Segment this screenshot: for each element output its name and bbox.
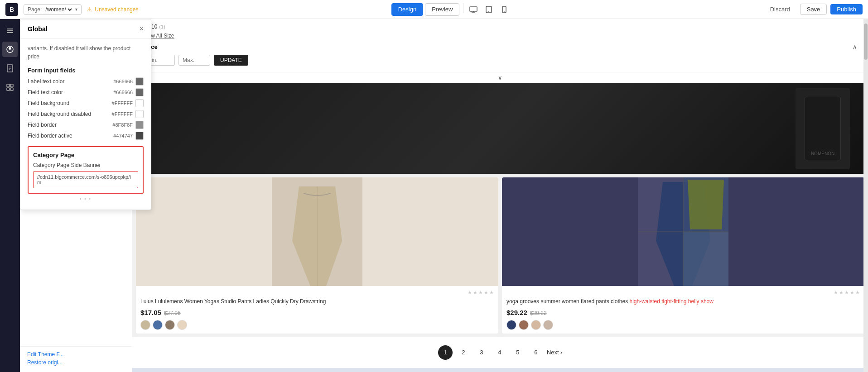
field-text-color-swatch[interactable] [135,88,144,96]
page-1-button[interactable]: 1 [438,345,453,360]
product-name-2: yoga grooves summer women flared pants c… [506,298,860,305]
svg-rect-0 [470,7,477,11]
variant-swatch[interactable] [153,320,163,330]
svg-rect-23 [683,232,728,286]
filter-collapse-handle[interactable]: ∨ [132,72,868,83]
publish-button[interactable]: Publish [830,4,863,14]
field-background-disabled-label: Field background disabled [28,111,112,117]
page-3-button[interactable]: 3 [474,345,489,360]
sidebar-item-widgets[interactable] [2,80,18,95]
svg-rect-18 [10,88,13,91]
svg-rect-9 [7,32,13,33]
global-modal-title: Global [28,25,48,33]
desktop-view-icon[interactable] [467,3,480,16]
update-price-button[interactable]: UPDATE [214,55,248,66]
product-info-2: ★★★★★ yoga grooves summer women flared p… [502,286,864,334]
variant-swatch[interactable] [519,320,529,330]
topbar: B Page: /women/ ▾ ⚠ Unsaved changes Desi… [0,0,868,19]
filter-section: 10 (1) View All Size Price ∧ UPDATE [132,19,868,83]
page-6-button[interactable]: 6 [529,345,543,360]
banner-url-text: //cdn11.bigcommerce.com/s-o896upcpkp/im [37,174,131,185]
field-text-color-hex: #666666 [113,90,133,95]
field-text-color-value: #666666 [113,88,144,96]
restore-link[interactable]: Restore origi... [27,359,125,366]
size-radio-value: 10 [151,24,157,30]
label-text-color-row: Label text color #666666 [28,77,144,86]
field-background-hex: #FFFFFF [112,100,133,106]
price-filter: Price ∧ UPDATE [132,43,868,72]
next-label: Next [547,349,559,356]
mobile-view-icon[interactable] [498,3,511,16]
field-border-swatch[interactable] [135,121,144,129]
divider [463,3,463,13]
variant-swatch[interactable] [543,320,553,330]
field-border-label: Field border [28,122,112,128]
page-2-button[interactable]: 2 [456,345,471,360]
form-input-section-heading: Form Input fields [28,67,144,74]
tablet-view-icon[interactable] [482,3,495,16]
field-text-color-label: Field text color [28,89,113,95]
product-price-1: $17.05 [140,309,161,316]
price-chevron-up-icon[interactable]: ∧ [853,43,857,50]
unsaved-changes-indicator: ⚠ Unsaved changes [87,6,138,13]
label-text-color-swatch[interactable] [135,77,144,86]
page-5-button[interactable]: 5 [511,345,525,360]
discard-button[interactable]: Discard [764,4,796,14]
sidebar-item-palette[interactable] [2,42,18,57]
design-button[interactable]: Design [391,3,423,16]
product-price-2: $29.22 [506,309,527,316]
product-original-price-2: $39.22 [530,310,547,316]
next-page-button[interactable]: Next › [547,349,562,356]
category-banner-label: Category Page Side Banner [33,162,138,168]
svg-rect-7 [7,29,13,29]
product-card: ★★★★★ Lulus Lululemens Women Yogas Studi… [136,177,498,334]
modal-description: variants. If disabled it will show the p… [28,44,144,61]
unsaved-text: Unsaved changes [95,6,138,13]
svg-point-6 [504,11,505,12]
sidebar-item-pages[interactable] [2,61,18,76]
svg-rect-16 [10,84,13,87]
variant-swatch[interactable] [177,320,187,330]
page-selector[interactable]: Page: /women/ ▾ [24,4,82,15]
preview-area[interactable]: 10 (1) View All Size Price ∧ UPDATE [132,19,868,372]
product-image-1 [136,177,498,286]
field-border-hex: #8F8F8F [112,122,133,128]
product-card: ★★★★★ yoga grooves summer women flared p… [502,177,864,334]
field-border-active-swatch[interactable] [135,132,144,140]
dnd-widget-area[interactable]: Drag and drop widgets here [132,368,868,372]
field-border-active-hex: #474747 [113,133,133,138]
page-label: Page: [28,6,42,13]
product-variants-1 [140,320,494,330]
variant-swatch[interactable] [531,320,541,330]
product-original-price-1: $27.05 [164,310,181,316]
field-background-row: Field background #FFFFFF [28,99,144,107]
sidebar-item-layers[interactable] [2,23,18,38]
product-stars-1: ★★★★★ [140,290,494,296]
banner-url-box[interactable]: //cdn11.bigcommerce.com/s-o896upcpkp/im [33,171,138,188]
products-grid: ★★★★★ Lulus Lululemens Women Yogas Studi… [132,174,868,337]
variant-swatch[interactable] [506,320,516,330]
close-icon[interactable]: × [140,25,144,33]
size-radio-count: (1) [159,24,165,29]
field-background-disabled-swatch[interactable] [135,110,144,118]
save-button[interactable]: Save [800,4,827,15]
scrollbar-thumb[interactable] [864,24,868,60]
price-max-input[interactable] [178,55,210,66]
field-background-swatch[interactable] [135,99,144,107]
preview-button[interactable]: Preview [425,3,459,16]
global-modal-header: Global × [20,19,151,39]
field-text-color-row: Field text color #666666 [28,88,144,96]
svg-rect-15 [7,84,10,87]
pagination: 1 2 3 4 5 6 Next › [132,337,868,368]
edit-theme-link[interactable]: Edit Theme F... [27,351,125,358]
view-all-size-link[interactable]: View All Size [143,33,857,39]
page-4-button[interactable]: 4 [492,345,507,360]
filter-chevron-down-icon: ∨ [498,74,502,81]
variant-swatch[interactable] [165,320,175,330]
promo-banner: NOMENON [132,83,868,174]
label-text-color-value: #666666 [113,77,144,86]
variant-swatch[interactable] [140,320,150,330]
scrollbar-track[interactable] [863,19,868,372]
page-dropdown[interactable]: /women/ [43,6,73,13]
field-border-row: Field border #8F8F8F [28,121,144,129]
